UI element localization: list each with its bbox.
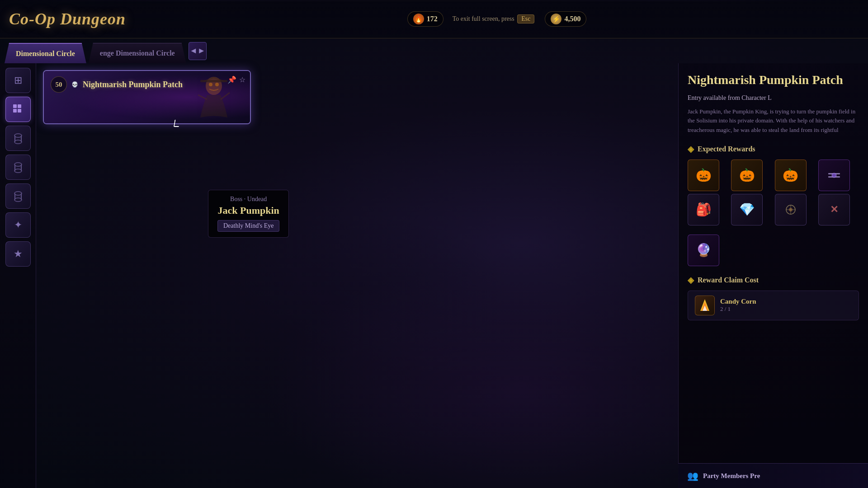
party-icon: 👥 (687, 470, 698, 481)
sidebar-item-dungeon-2[interactable] (5, 126, 31, 151)
svg-point-15 (14, 198, 22, 202)
nav-arrow-icon: ◄► (189, 46, 206, 56)
sidebar-item-dungeon-3[interactable] (5, 155, 31, 180)
svg-point-8 (14, 163, 22, 166)
claim-info: Candy Corn 2 / 1 (720, 298, 756, 313)
claim-item-name: Candy Corn (720, 298, 756, 305)
boss-info: Boss · Undead Jack Pumpkin Deathly Mind'… (208, 190, 289, 238)
claim-section-header: ◈ Reward Claim Cost (688, 275, 859, 285)
right-panel: Nightmarish Pumpkin Patch Entry availabl… (678, 63, 868, 488)
sidebar-item-dungeon-4[interactable] (5, 183, 31, 209)
main-content: 50 💀 Nightmarish Pumpkin Patch 📌 ☆ Boss … (36, 63, 868, 488)
sidebar-item-favorites[interactable]: ★ (5, 241, 31, 267)
level-badge: 50 (51, 76, 67, 93)
skull-icon: 💀 (71, 81, 78, 88)
tab-challenge-circle[interactable]: enge Dimensional Circle (89, 43, 186, 63)
header-center: 🔥 172 To exit full screen, press Esc ⚡ 4… (135, 11, 859, 27)
gold-icon: ⚡ (551, 14, 561, 24)
extra-rewards-grid: 🔮 (688, 235, 859, 266)
candy-corn-icon (695, 296, 715, 315)
nav-arrow[interactable]: ◄► (189, 42, 207, 60)
boss-ability: Deathly Mind's Eye (217, 220, 279, 232)
claim-item: Candy Corn 2 / 1 (688, 291, 859, 320)
svg-rect-1 (18, 104, 21, 108)
svg-point-4 (14, 134, 22, 137)
nav-tabs: Dimensional Circle enge Dimensional Circ… (0, 38, 868, 63)
reward-item-extra-1[interactable]: 🔮 (688, 235, 719, 266)
reward-item-8[interactable]: ✕ (818, 194, 850, 225)
svg-point-11 (14, 169, 22, 173)
fullscreen-hint: To exit full screen, press Esc (453, 14, 536, 23)
claim-diamond-icon: ◈ (688, 275, 694, 285)
sidebar-item-dungeon-1[interactable] (5, 97, 31, 122)
flames-value: 172 (427, 15, 438, 23)
rewards-grid: 🎃 🎃 🎃 🎒 💎 (688, 160, 859, 225)
reward-item-6[interactable]: 💎 (731, 194, 763, 225)
sidebar: ⊞ ✦ ★ (0, 63, 36, 488)
party-bar[interactable]: 👥 Party Members Pre (678, 463, 868, 488)
rewards-section-header: ◈ Expected Rewards (688, 144, 859, 154)
header: Co-Op Dungeon 🔥 172 To exit full screen,… (0, 0, 868, 38)
reward-item-4[interactable] (818, 160, 850, 191)
dungeon-detail-title: Nightmarish Pumpkin Patch (688, 72, 859, 88)
esc-key: Esc (517, 14, 534, 23)
currency-gold: ⚡ 4,500 (545, 11, 586, 27)
svg-rect-2 (13, 109, 17, 113)
sidebar-item-dungeon-5[interactable]: ✦ (5, 212, 31, 238)
game-title: Co-Op Dungeon (9, 9, 126, 28)
reward-item-1[interactable]: 🎃 (688, 160, 719, 191)
svg-rect-3 (18, 109, 21, 113)
dungeon-card-pumpkin[interactable]: 50 💀 Nightmarish Pumpkin Patch 📌 ☆ (43, 70, 251, 124)
reward-item-3[interactable]: 🎃 (775, 160, 807, 191)
svg-rect-0 (13, 104, 17, 108)
dungeon-list: 50 💀 Nightmarish Pumpkin Patch 📌 ☆ (36, 63, 258, 488)
claim-item-count: 2 / 1 (720, 305, 756, 313)
entry-info: Entry available from Character L (688, 94, 859, 102)
flames-icon: 🔥 (413, 14, 424, 24)
reward-item-7[interactable] (775, 194, 807, 225)
svg-point-25 (832, 173, 836, 178)
card-content: 50 💀 Nightmarish Pumpkin Patch (44, 71, 250, 123)
boss-name: Jack Pumpkin (217, 205, 279, 216)
gold-value: 4,500 (564, 15, 580, 23)
sidebar-item-grid[interactable]: ⊞ (5, 68, 31, 93)
currency-flames: 🔥 172 (407, 11, 443, 27)
svg-point-7 (14, 140, 22, 144)
tab-dimensional-circle[interactable]: Dimensional Circle (5, 43, 86, 63)
lore-text: Jack Pumpkin, the Pumpkin King, is tryin… (688, 107, 859, 135)
reward-item-5[interactable]: 🎒 (688, 194, 719, 225)
card-header: 50 💀 Nightmarish Pumpkin Patch (51, 76, 243, 93)
svg-point-12 (14, 192, 22, 195)
reward-claim-section: ◈ Reward Claim Cost Candy Corn 2 / 1 (688, 275, 859, 320)
reward-item-2[interactable]: 🎃 (731, 160, 763, 191)
boss-type: Boss · Undead (217, 196, 279, 203)
party-label: Party Members Pre (703, 472, 760, 480)
dungeon-name: Nightmarish Pumpkin Patch (83, 80, 183, 89)
rewards-diamond-icon: ◈ (688, 144, 694, 154)
svg-point-29 (789, 208, 793, 211)
